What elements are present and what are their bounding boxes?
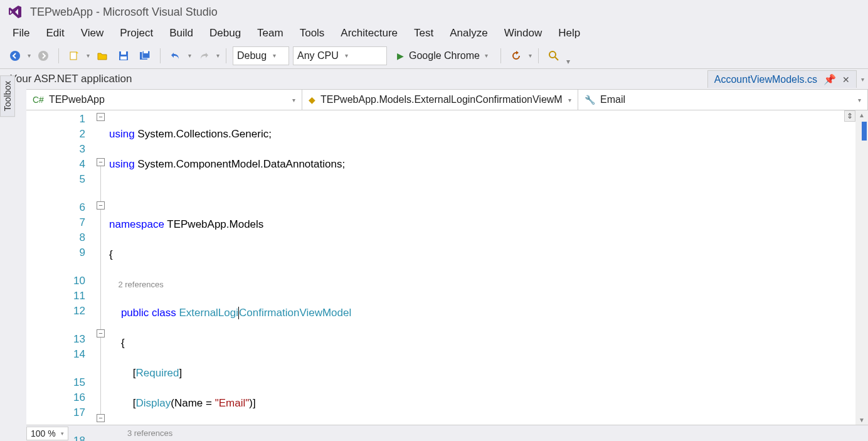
text-cursor bbox=[238, 307, 239, 319]
menu-analyze[interactable]: Analyze bbox=[442, 24, 495, 42]
visual-studio-icon bbox=[6, 3, 24, 21]
svg-point-9 bbox=[549, 51, 556, 58]
open-button[interactable] bbox=[93, 47, 111, 65]
fold-toggle[interactable]: − bbox=[97, 329, 105, 337]
outline-margin: − − − − − bbox=[97, 110, 109, 425]
codelens-references[interactable]: 3 references bbox=[127, 428, 172, 438]
class-icon: ◆ bbox=[309, 95, 315, 105]
document-tab-label: AccountViewModels.cs bbox=[714, 74, 817, 85]
svg-point-1 bbox=[38, 51, 48, 61]
code-content[interactable]: using System.Collections.Generic; using … bbox=[109, 110, 868, 425]
redo-chevron-icon[interactable]: ▾ bbox=[216, 52, 220, 59]
vertical-scrollbar[interactable]: ▲ ▼ bbox=[855, 110, 868, 425]
play-icon: ▶ bbox=[397, 51, 404, 61]
separator bbox=[160, 48, 161, 63]
chevron-down-icon: ▾ bbox=[858, 97, 861, 104]
menu-debug[interactable]: Debug bbox=[202, 24, 248, 42]
svg-rect-5 bbox=[120, 56, 127, 60]
fold-toggle[interactable]: − bbox=[97, 113, 105, 121]
menu-file[interactable]: File bbox=[5, 24, 37, 42]
app-header-label: Your ASP.NET application bbox=[0, 70, 707, 88]
chevron-down-icon: ▾ bbox=[568, 97, 571, 104]
code-editor[interactable]: 1 2 3 4 5 6 7 8 9 10 11 12 13 14 15 16 1… bbox=[26, 110, 868, 425]
refresh-chevron-icon[interactable]: ▾ bbox=[529, 52, 532, 59]
csharp-project-icon: C# bbox=[33, 95, 44, 105]
scroll-marker bbox=[862, 122, 867, 141]
scroll-up-icon[interactable]: ▲ bbox=[855, 112, 868, 119]
scroll-down-icon[interactable]: ▼ bbox=[855, 417, 868, 423]
menu-edit[interactable]: Edit bbox=[38, 24, 71, 42]
fold-toggle[interactable]: − bbox=[97, 158, 105, 166]
pin-icon[interactable]: 📌 bbox=[823, 73, 836, 85]
chevron-down-icon: ▾ bbox=[292, 97, 295, 104]
undo-button[interactable] bbox=[167, 47, 184, 65]
chevron-down-icon: ▾ bbox=[345, 52, 348, 59]
separator bbox=[226, 48, 226, 63]
member-label: Email bbox=[600, 94, 625, 105]
menu-build[interactable]: Build bbox=[162, 24, 201, 42]
document-tab[interactable]: AccountViewModels.cs 📌 ✕ bbox=[707, 70, 857, 88]
undo-chevron-icon[interactable]: ▾ bbox=[188, 52, 191, 59]
code-nav-bar: C# TEPwebApp ▾ ◆ TEPwebApp.Models.Extern… bbox=[26, 89, 868, 110]
fold-toggle[interactable]: − bbox=[97, 201, 105, 210]
nav-back-button[interactable] bbox=[6, 47, 24, 65]
chevron-down-icon: ▾ bbox=[273, 52, 276, 59]
project-dropdown[interactable]: C# TEPwebApp ▾ bbox=[26, 90, 302, 110]
chevron-down-icon: ▾ bbox=[485, 52, 488, 59]
find-button[interactable] bbox=[545, 47, 563, 65]
toolbox-side-tab[interactable]: Toolbox bbox=[0, 75, 15, 117]
toolbar: ▾ ▾ ▾ ▾ Debug▾ Any CPU▾ ▶ Google Chrome … bbox=[0, 43, 868, 69]
new-chevron-icon[interactable]: ▾ bbox=[87, 52, 90, 59]
start-target-label: Google Chrome bbox=[409, 50, 480, 61]
nav-forward-button[interactable] bbox=[34, 47, 52, 65]
project-label: TEPwebApp bbox=[49, 94, 105, 105]
browser-refresh-button[interactable] bbox=[507, 47, 525, 65]
redo-button[interactable] bbox=[195, 47, 213, 65]
start-debug-button[interactable]: ▶ Google Chrome ▾ bbox=[391, 46, 494, 65]
config-dropdown[interactable]: Debug▾ bbox=[233, 46, 289, 65]
member-dropdown[interactable]: 🔧 Email ▾ bbox=[578, 90, 868, 110]
svg-rect-8 bbox=[144, 51, 148, 53]
tab-strip: Your ASP.NET application AccountViewMode… bbox=[0, 69, 868, 89]
menu-team[interactable]: Team bbox=[250, 24, 291, 42]
svg-rect-4 bbox=[121, 51, 126, 55]
svg-point-0 bbox=[10, 51, 20, 61]
fold-toggle[interactable]: − bbox=[97, 414, 105, 422]
toolbar-overflow-icon[interactable]: ▾ bbox=[566, 57, 570, 66]
separator bbox=[58, 48, 59, 63]
separator bbox=[538, 48, 539, 63]
platform-dropdown[interactable]: Any CPU▾ bbox=[293, 46, 387, 65]
new-item-button[interactable] bbox=[65, 47, 83, 65]
menu-project[interactable]: Project bbox=[112, 24, 161, 42]
tab-overflow-icon[interactable]: ▾ bbox=[857, 76, 868, 83]
svg-rect-2 bbox=[70, 52, 77, 60]
menu-view[interactable]: View bbox=[73, 24, 112, 42]
separator bbox=[500, 48, 501, 63]
menu-tools[interactable]: Tools bbox=[292, 24, 332, 42]
platform-value: Any CPU bbox=[297, 50, 339, 61]
menu-test[interactable]: Test bbox=[406, 24, 441, 42]
window-title: TEPwebApp - Microsoft Visual Studio bbox=[30, 6, 218, 19]
line-number-gutter: 1 2 3 4 5 6 7 8 9 10 11 12 13 14 15 16 1… bbox=[26, 110, 97, 425]
save-button[interactable] bbox=[115, 47, 132, 65]
config-value: Debug bbox=[237, 50, 267, 61]
save-all-button[interactable] bbox=[136, 47, 154, 65]
scope-label: TEPwebApp.Models.ExternalLoginConfirmati… bbox=[320, 94, 563, 105]
codelens-references[interactable]: 2 references bbox=[118, 280, 163, 289]
menu-window[interactable]: Window bbox=[497, 24, 549, 42]
close-tab-icon[interactable]: ✕ bbox=[842, 75, 850, 85]
split-editor-icon[interactable]: ⇕ bbox=[844, 110, 855, 122]
menubar: File Edit View Project Build Debug Team … bbox=[0, 24, 868, 43]
property-icon: 🔧 bbox=[585, 95, 595, 105]
menu-help[interactable]: Help bbox=[551, 24, 588, 42]
scope-dropdown[interactable]: ◆ TEPwebApp.Models.ExternalLoginConfirma… bbox=[302, 90, 578, 110]
titlebar: TEPwebApp - Microsoft Visual Studio bbox=[0, 0, 868, 24]
menu-architecture[interactable]: Architecture bbox=[333, 24, 405, 42]
nav-back-chevron-icon[interactable]: ▾ bbox=[28, 52, 31, 59]
